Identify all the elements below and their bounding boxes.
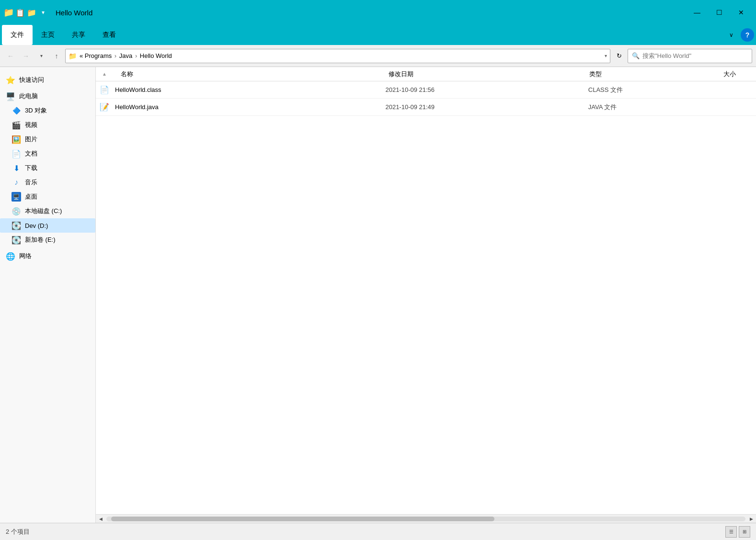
sidebar-quick-access-section: ⭐ 快速访问 xyxy=(0,73,95,87)
help-button[interactable]: ? xyxy=(741,28,754,42)
search-bar[interactable]: 🔍 xyxy=(628,49,752,63)
address-bar[interactable]: 📁 « Programs › Java › Hello World ▾ xyxy=(65,49,610,63)
file-list: 📄 HelloWorld.class 2021-10-09 21:56 CLAS… xyxy=(96,81,756,514)
sidebar-item-dev-d[interactable]: 💽 Dev (D:) xyxy=(0,218,95,233)
documents-icon: 📄 xyxy=(11,149,21,158)
menu-collapse-button[interactable]: ∨ xyxy=(723,27,739,43)
address-path: « Programs › Java › Hello World xyxy=(80,52,602,59)
network-icon: 🌐 xyxy=(6,251,15,261)
sidebar-item-this-pc[interactable]: 🖥️ 此电脑 xyxy=(0,89,95,103)
sidebar-item-quick-access[interactable]: ⭐ 快速访问 xyxy=(0,73,95,87)
sidebar-label-quick-access: 快速访问 xyxy=(19,76,44,84)
folder-icon-red: 📋 xyxy=(15,8,25,17)
title-bar: 📁 📋 📁 ▾ Hello World — ☐ ✕ xyxy=(0,0,756,25)
sidebar-item-local-disk-c[interactable]: 💿 本地磁盘 (C:) xyxy=(0,204,95,218)
menu-item-share[interactable]: 共享 xyxy=(63,25,94,45)
content-area: ▲ 名称 修改日期 类型 大小 📄 HelloWorld.class 2021-… xyxy=(96,67,756,523)
sidebar-item-downloads[interactable]: ⬇ 下载 xyxy=(0,161,95,175)
pictures-icon: 🖼️ xyxy=(11,135,21,144)
scroll-right-button[interactable]: ▶ xyxy=(747,515,755,523)
path-programs: Programs xyxy=(85,52,114,59)
sidebar-network-section: 🌐 网络 xyxy=(0,249,95,263)
col-header-date[interactable]: 修改日期 xyxy=(389,70,589,79)
table-row[interactable]: 📝 HelloWorld.java 2021-10-09 21:49 JAVA … xyxy=(96,99,756,116)
menu-bar: 文件 主页 共享 查看 ∨ ? xyxy=(0,25,756,45)
recent-locations-button[interactable]: ▾ xyxy=(34,49,48,63)
file-icon-class: 📄 xyxy=(100,85,113,95)
sidebar-label-desktop: 桌面 xyxy=(25,192,37,201)
main-layout: ⭐ 快速访问 🖥️ 此电脑 🔷 3D 对象 🎬 视频 🖼️ 图片 📄 xyxy=(0,67,756,523)
file-icon-java: 📝 xyxy=(100,102,113,112)
path-helloworld: Hello World xyxy=(140,52,172,59)
up-button[interactable]: ↑ xyxy=(50,49,63,63)
class-file-icon: 📄 xyxy=(100,85,109,95)
sidebar-label-new-vol-e: 新加卷 (E:) xyxy=(25,236,56,244)
sidebar-item-new-vol-e[interactable]: 💽 新加卷 (E:) xyxy=(0,233,95,247)
file-name-class: HelloWorld.class xyxy=(113,86,385,93)
status-bar: 2 个项目 ☰ ⊞ xyxy=(0,523,756,540)
sidebar-label-dev-d: Dev (D:) xyxy=(25,222,48,229)
col-header-name[interactable]: 名称 xyxy=(109,70,389,79)
sidebar-label-music: 音乐 xyxy=(25,178,37,187)
sidebar-item-network[interactable]: 🌐 网络 xyxy=(0,249,95,263)
sidebar-item-pictures[interactable]: 🖼️ 图片 xyxy=(0,132,95,146)
sidebar-item-desktop[interactable]: 🖥️ 桌面 xyxy=(0,190,95,204)
desktop-icon: 🖥️ xyxy=(11,192,21,202)
minimize-button[interactable]: — xyxy=(686,5,708,20)
sidebar-label-network: 网络 xyxy=(19,252,32,260)
col-header-size[interactable]: 大小 xyxy=(723,70,752,79)
search-icon: 🔍 xyxy=(632,52,640,59)
folder-icon-orange: 📁 xyxy=(27,8,36,17)
forward-button[interactable]: → xyxy=(19,49,33,63)
menu-item-home[interactable]: 主页 xyxy=(33,25,63,45)
title-bar-icons: 📁 📋 📁 ▾ xyxy=(4,8,48,17)
file-name-java: HelloWorld.java xyxy=(113,103,385,111)
sort-indicator: ▲ xyxy=(100,71,109,77)
address-dropdown-button[interactable]: ▾ xyxy=(605,53,607,58)
scroll-left-button[interactable]: ◀ xyxy=(97,515,104,523)
3d-objects-icon: 🔷 xyxy=(11,106,21,115)
sidebar-label-videos: 视频 xyxy=(25,121,37,129)
back-button[interactable]: ← xyxy=(4,49,17,63)
downloads-icon: ⬇ xyxy=(11,163,21,173)
sidebar-item-3d-objects[interactable]: 🔷 3D 对象 xyxy=(0,103,95,118)
nav-bar: ← → ▾ ↑ 📁 « Programs › Java › Hello Worl… xyxy=(0,45,756,67)
dev-d-icon: 💽 xyxy=(11,221,21,230)
horizontal-scrollbar[interactable]: ◀ ▶ xyxy=(96,514,756,523)
status-item-count: 2 个项目 xyxy=(6,528,30,536)
details-view-button[interactable]: ⊞ xyxy=(739,526,750,538)
maximize-button[interactable]: ☐ xyxy=(708,5,730,20)
list-view-button[interactable]: ☰ xyxy=(725,526,737,538)
folder-icon-yellow: 📁 xyxy=(4,8,13,17)
this-pc-icon: 🖥️ xyxy=(6,91,15,101)
sidebar: ⭐ 快速访问 🖥️ 此电脑 🔷 3D 对象 🎬 视频 🖼️ 图片 📄 xyxy=(0,67,96,523)
path-separator: « xyxy=(80,52,83,59)
sidebar-label-3d-objects: 3D 对象 xyxy=(25,106,47,115)
local-disk-c-icon: 💿 xyxy=(11,206,21,216)
sidebar-item-videos[interactable]: 🎬 视频 xyxy=(0,118,95,132)
window-controls: — ☐ ✕ xyxy=(686,5,752,20)
refresh-button[interactable]: ↻ xyxy=(612,49,626,63)
sidebar-label-downloads: 下载 xyxy=(25,164,37,172)
path-java: Java xyxy=(119,52,134,59)
search-input[interactable] xyxy=(642,52,748,59)
window-title: Hello World xyxy=(56,9,92,17)
scroll-track[interactable] xyxy=(106,517,745,521)
table-row[interactable]: 📄 HelloWorld.class 2021-10-09 21:56 CLAS… xyxy=(96,81,756,99)
file-type-java: JAVA 文件 xyxy=(588,103,723,112)
quick-access-icon: ⭐ xyxy=(6,75,15,85)
close-button[interactable]: ✕ xyxy=(730,5,752,20)
sidebar-item-documents[interactable]: 📄 文档 xyxy=(0,146,95,161)
status-right: ☰ ⊞ xyxy=(725,526,750,538)
sidebar-this-pc-section: 🖥️ 此电脑 🔷 3D 对象 🎬 视频 🖼️ 图片 📄 文档 ⬇ 下载 xyxy=(0,89,95,247)
sidebar-label-this-pc: 此电脑 xyxy=(19,92,38,101)
menu-item-view[interactable]: 查看 xyxy=(94,25,125,45)
address-folder-icon: 📁 xyxy=(69,52,77,60)
file-date-class: 2021-10-09 21:56 xyxy=(385,86,588,93)
menu-item-file[interactable]: 文件 xyxy=(2,25,33,45)
sidebar-label-pictures: 图片 xyxy=(25,135,37,144)
col-header-type[interactable]: 类型 xyxy=(589,70,723,79)
scroll-thumb[interactable] xyxy=(111,517,494,521)
sidebar-item-music[interactable]: ♪ 音乐 xyxy=(0,175,95,190)
file-date-java: 2021-10-09 21:49 xyxy=(385,103,588,111)
